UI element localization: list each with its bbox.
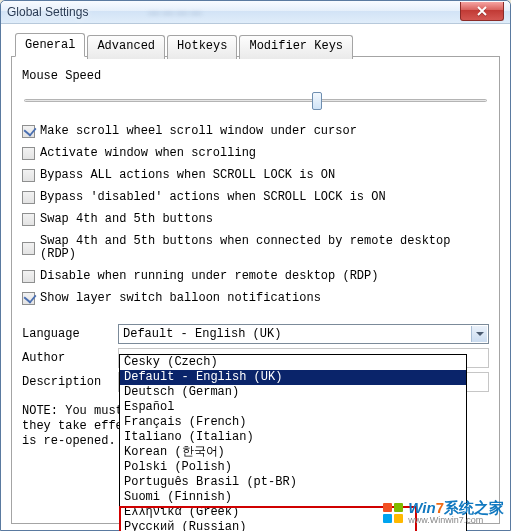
- tab-advanced[interactable]: Advanced: [87, 35, 165, 59]
- client-area: General Advanced Hotkeys Modifier Keys M…: [1, 24, 510, 530]
- language-combobox-value: Default - English (UK): [123, 327, 281, 341]
- watermark: Win7系统之家 www.Winwin7.com: [383, 502, 504, 526]
- checkbox-bypass-disabled-scrolllock[interactable]: [22, 191, 35, 204]
- description-label: Description: [22, 375, 118, 389]
- slider-track: [24, 99, 487, 102]
- mouse-speed-slider[interactable]: [22, 89, 489, 113]
- chevron-down-icon[interactable]: [471, 326, 487, 342]
- checkbox-scroll-under-cursor[interactable]: [22, 125, 35, 138]
- window: Global Settings — — — — General Advanced…: [0, 0, 511, 531]
- label-balloon-notifications: Show layer switch balloon notifications: [40, 292, 321, 305]
- language-option[interactable]: Português Brasil (pt-BR): [120, 475, 466, 490]
- language-combobox[interactable]: Default - English (UK): [118, 324, 489, 344]
- language-option[interactable]: Korean (한국어): [120, 445, 466, 460]
- mouse-speed-label: Mouse Speed: [22, 69, 101, 83]
- label-scroll-under-cursor: Make scroll wheel scroll window under cu…: [40, 125, 357, 138]
- window-title: Global Settings: [7, 5, 88, 19]
- language-option[interactable]: Default - English (UK): [120, 370, 466, 385]
- label-disable-under-rdp: Disable when running under remote deskto…: [40, 270, 378, 283]
- tab-general[interactable]: General: [15, 33, 85, 57]
- checkbox-balloon-notifications[interactable]: [22, 292, 35, 305]
- tabstrip: General Advanced Hotkeys Modifier Keys: [11, 33, 500, 57]
- checkbox-disable-under-rdp[interactable]: [22, 270, 35, 283]
- checkbox-bypass-all-scrolllock[interactable]: [22, 169, 35, 182]
- watermark-text: Win7系统之家 www.Winwin7.com: [408, 502, 504, 526]
- label-bypass-disabled-scrolllock: Bypass 'disabled' actions when SCROLL LO…: [40, 191, 386, 204]
- label-swap-4-5: Swap 4th and 5th buttons: [40, 213, 213, 226]
- language-option[interactable]: Italiano (Italian): [120, 430, 466, 445]
- checkbox-activate-on-scroll[interactable]: [22, 147, 35, 160]
- language-option[interactable]: Français (French): [120, 415, 466, 430]
- language-option[interactable]: Česky (Czech): [120, 355, 466, 370]
- label-swap-4-5-rdp: Swap 4th and 5th buttons when connected …: [40, 235, 489, 261]
- author-label: Author: [22, 351, 118, 365]
- language-option[interactable]: Deutsch (German): [120, 385, 466, 400]
- language-option[interactable]: Polski (Polish): [120, 460, 466, 475]
- titlebar-blur: — — — —: [148, 6, 201, 18]
- titlebar: Global Settings — — — —: [1, 1, 510, 24]
- label-bypass-all-scrolllock: Bypass ALL actions when SCROLL LOCK is O…: [40, 169, 335, 182]
- tab-modifier-keys[interactable]: Modifier Keys: [239, 35, 353, 59]
- tab-hotkeys[interactable]: Hotkeys: [167, 35, 237, 59]
- slider-thumb[interactable]: [312, 92, 322, 110]
- windows-logo-icon: [383, 503, 405, 525]
- close-icon: [477, 6, 487, 16]
- close-button[interactable]: [460, 2, 504, 21]
- language-option[interactable]: Español: [120, 400, 466, 415]
- language-label: Language: [22, 327, 118, 341]
- checkbox-swap-4-5[interactable]: [22, 213, 35, 226]
- checkbox-swap-4-5-rdp[interactable]: [22, 242, 35, 255]
- label-activate-on-scroll: Activate window when scrolling: [40, 147, 256, 160]
